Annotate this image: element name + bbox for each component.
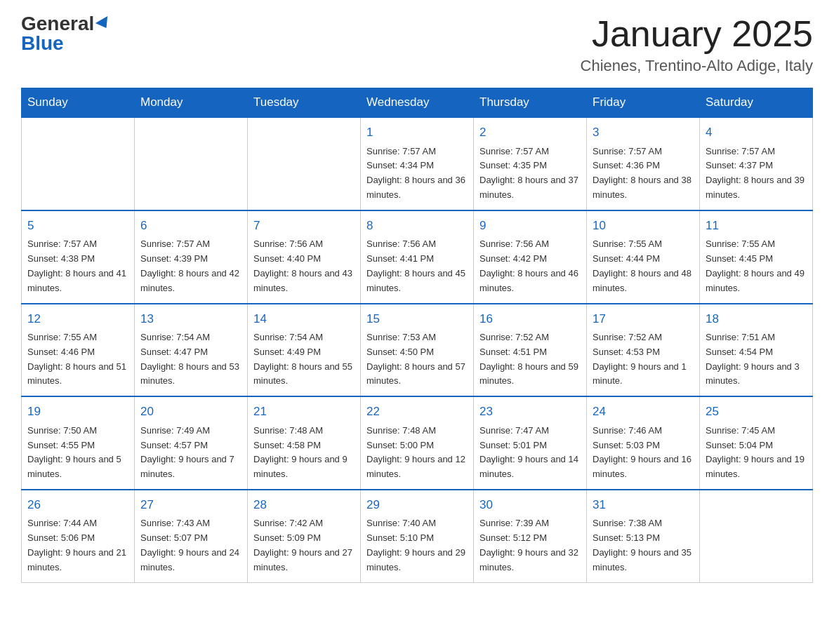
calendar-cell: 28Sunrise: 7:42 AM Sunset: 5:09 PM Dayli…: [248, 490, 361, 582]
day-number: 15: [366, 310, 468, 328]
day-of-week-header: Monday: [135, 88, 248, 118]
day-info: Sunrise: 7:57 AM Sunset: 4:36 PM Dayligh…: [593, 145, 694, 203]
day-number: 11: [706, 217, 807, 235]
day-info: Sunrise: 7:53 AM Sunset: 4:50 PM Dayligh…: [366, 330, 468, 389]
day-of-week-header: Thursday: [474, 88, 587, 118]
day-info: Sunrise: 7:57 AM Sunset: 4:35 PM Dayligh…: [479, 145, 581, 203]
day-number: 9: [479, 217, 581, 235]
day-number: 1: [366, 123, 468, 142]
day-number: 17: [593, 310, 694, 328]
calendar-cell: 1Sunrise: 7:57 AM Sunset: 4:34 PM Daylig…: [361, 117, 474, 210]
day-number: 31: [593, 496, 694, 514]
day-info: Sunrise: 7:39 AM Sunset: 5:12 PM Dayligh…: [479, 516, 581, 575]
calendar-cell: [22, 117, 135, 210]
day-info: Sunrise: 7:57 AM Sunset: 4:37 PM Dayligh…: [706, 145, 807, 203]
calendar-cell: 3Sunrise: 7:57 AM Sunset: 4:36 PM Daylig…: [587, 117, 700, 210]
logo: General Blue: [21, 14, 111, 53]
day-info: Sunrise: 7:52 AM Sunset: 4:51 PM Dayligh…: [479, 330, 581, 389]
day-of-week-header: Sunday: [22, 88, 135, 118]
day-number: 13: [140, 310, 241, 328]
calendar-cell: 9Sunrise: 7:56 AM Sunset: 4:42 PM Daylig…: [474, 210, 587, 304]
calendar-week-row: 5Sunrise: 7:57 AM Sunset: 4:38 PM Daylig…: [22, 210, 813, 304]
day-number: 22: [366, 403, 468, 421]
day-number: 30: [479, 496, 581, 514]
main-title: January 2025: [581, 14, 813, 54]
day-number: 28: [253, 496, 355, 514]
day-number: 27: [140, 496, 241, 514]
day-info: Sunrise: 7:40 AM Sunset: 5:10 PM Dayligh…: [366, 516, 468, 575]
calendar-week-row: 26Sunrise: 7:44 AM Sunset: 5:06 PM Dayli…: [22, 490, 813, 582]
logo-triangle-icon: [95, 16, 112, 32]
calendar-cell: 22Sunrise: 7:48 AM Sunset: 5:00 PM Dayli…: [361, 396, 474, 490]
calendar-cell: 23Sunrise: 7:47 AM Sunset: 5:01 PM Dayli…: [474, 396, 587, 490]
day-info: Sunrise: 7:52 AM Sunset: 4:53 PM Dayligh…: [593, 330, 694, 389]
logo-general-text: General: [21, 14, 94, 34]
day-info: Sunrise: 7:43 AM Sunset: 5:07 PM Dayligh…: [140, 516, 241, 575]
calendar-cell: 6Sunrise: 7:57 AM Sunset: 4:39 PM Daylig…: [135, 210, 248, 304]
calendar-cell: 27Sunrise: 7:43 AM Sunset: 5:07 PM Dayli…: [135, 490, 248, 582]
calendar-cell: 5Sunrise: 7:57 AM Sunset: 4:38 PM Daylig…: [22, 210, 135, 304]
day-number: 26: [27, 496, 128, 514]
day-info: Sunrise: 7:57 AM Sunset: 4:38 PM Dayligh…: [27, 237, 128, 295]
calendar-cell: 11Sunrise: 7:55 AM Sunset: 4:45 PM Dayli…: [700, 210, 813, 304]
day-info: Sunrise: 7:55 AM Sunset: 4:45 PM Dayligh…: [706, 237, 807, 295]
day-info: Sunrise: 7:38 AM Sunset: 5:13 PM Dayligh…: [593, 516, 694, 575]
header: General Blue January 2025 Chienes, Trent…: [21, 14, 813, 75]
calendar-cell: 30Sunrise: 7:39 AM Sunset: 5:12 PM Dayli…: [474, 490, 587, 582]
calendar-cell: 10Sunrise: 7:55 AM Sunset: 4:44 PM Dayli…: [587, 210, 700, 304]
calendar-cell: 19Sunrise: 7:50 AM Sunset: 4:55 PM Dayli…: [22, 396, 135, 490]
day-info: Sunrise: 7:50 AM Sunset: 4:55 PM Dayligh…: [27, 424, 128, 482]
calendar-cell: [700, 490, 813, 582]
day-number: 18: [706, 310, 807, 328]
calendar-week-row: 1Sunrise: 7:57 AM Sunset: 4:34 PM Daylig…: [22, 117, 813, 210]
day-number: 7: [253, 217, 355, 235]
day-number: 24: [593, 403, 694, 421]
day-number: 25: [706, 403, 807, 421]
day-number: 12: [27, 310, 128, 328]
calendar-cell: 16Sunrise: 7:52 AM Sunset: 4:51 PM Dayli…: [474, 304, 587, 397]
day-number: 21: [253, 403, 355, 421]
calendar-cell: 4Sunrise: 7:57 AM Sunset: 4:37 PM Daylig…: [700, 117, 813, 210]
day-info: Sunrise: 7:47 AM Sunset: 5:01 PM Dayligh…: [479, 424, 581, 482]
calendar-cell: 31Sunrise: 7:38 AM Sunset: 5:13 PM Dayli…: [587, 490, 700, 582]
day-number: 16: [479, 310, 581, 328]
calendar-cell: 21Sunrise: 7:48 AM Sunset: 4:58 PM Dayli…: [248, 396, 361, 490]
calendar-cell: 25Sunrise: 7:45 AM Sunset: 5:04 PM Dayli…: [700, 396, 813, 490]
day-info: Sunrise: 7:54 AM Sunset: 4:47 PM Dayligh…: [140, 330, 241, 389]
day-of-week-header: Tuesday: [248, 88, 361, 118]
day-info: Sunrise: 7:45 AM Sunset: 5:04 PM Dayligh…: [706, 424, 807, 482]
calendar-header-row: SundayMondayTuesdayWednesdayThursdayFrid…: [22, 88, 813, 118]
day-info: Sunrise: 7:56 AM Sunset: 4:41 PM Dayligh…: [366, 237, 468, 295]
day-info: Sunrise: 7:44 AM Sunset: 5:06 PM Dayligh…: [27, 516, 128, 575]
day-of-week-header: Friday: [587, 88, 700, 118]
day-number: 14: [253, 310, 355, 328]
day-info: Sunrise: 7:48 AM Sunset: 5:00 PM Dayligh…: [366, 424, 468, 482]
day-info: Sunrise: 7:55 AM Sunset: 4:46 PM Dayligh…: [27, 330, 128, 389]
day-number: 29: [366, 496, 468, 514]
day-info: Sunrise: 7:55 AM Sunset: 4:44 PM Dayligh…: [593, 237, 694, 295]
calendar-cell: 26Sunrise: 7:44 AM Sunset: 5:06 PM Dayli…: [22, 490, 135, 582]
calendar-cell: 13Sunrise: 7:54 AM Sunset: 4:47 PM Dayli…: [135, 304, 248, 397]
day-number: 10: [593, 217, 694, 235]
day-number: 20: [140, 403, 241, 421]
day-info: Sunrise: 7:57 AM Sunset: 4:39 PM Dayligh…: [140, 237, 241, 295]
calendar-week-row: 12Sunrise: 7:55 AM Sunset: 4:46 PM Dayli…: [22, 304, 813, 397]
calendar-cell: 24Sunrise: 7:46 AM Sunset: 5:03 PM Dayli…: [587, 396, 700, 490]
day-info: Sunrise: 7:48 AM Sunset: 4:58 PM Dayligh…: [253, 424, 355, 482]
day-info: Sunrise: 7:42 AM Sunset: 5:09 PM Dayligh…: [253, 516, 355, 575]
calendar-week-row: 19Sunrise: 7:50 AM Sunset: 4:55 PM Dayli…: [22, 396, 813, 490]
title-area: January 2025 Chienes, Trentino-Alto Adig…: [581, 14, 813, 75]
subtitle: Chienes, Trentino-Alto Adige, Italy: [581, 57, 813, 75]
day-info: Sunrise: 7:56 AM Sunset: 4:40 PM Dayligh…: [253, 237, 355, 295]
day-number: 19: [27, 403, 128, 421]
day-number: 23: [479, 403, 581, 421]
day-of-week-header: Saturday: [700, 88, 813, 118]
day-number: 8: [366, 217, 468, 235]
day-number: 2: [479, 123, 581, 142]
day-info: Sunrise: 7:56 AM Sunset: 4:42 PM Dayligh…: [479, 237, 581, 295]
day-number: 3: [593, 123, 694, 142]
day-number: 4: [706, 123, 807, 142]
calendar-cell: 29Sunrise: 7:40 AM Sunset: 5:10 PM Dayli…: [361, 490, 474, 582]
logo-blue-text: Blue: [21, 34, 64, 53]
calendar-cell: 7Sunrise: 7:56 AM Sunset: 4:40 PM Daylig…: [248, 210, 361, 304]
